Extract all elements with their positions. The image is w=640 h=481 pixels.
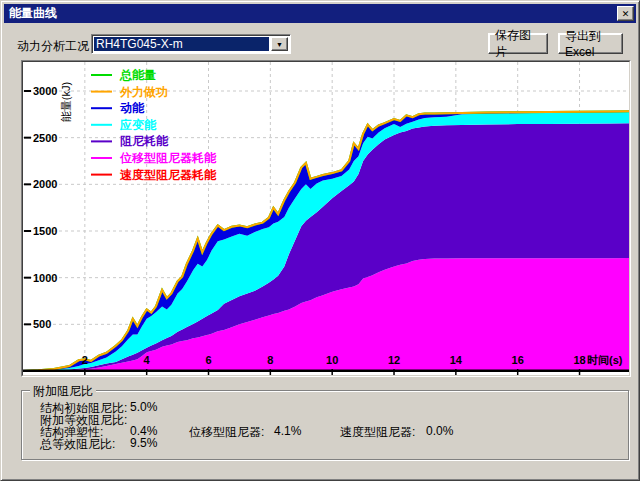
y-tick-label: 1000 bbox=[33, 272, 57, 284]
total-damping-value: 9.5% bbox=[130, 436, 157, 450]
legend-label: 总能量 bbox=[119, 68, 156, 82]
energy-chart: 24681012141618时间(s)500100015002000250030… bbox=[23, 62, 629, 375]
velocity-damper-value: 0.0% bbox=[426, 424, 453, 438]
y-tick-label: 500 bbox=[33, 318, 51, 330]
save-image-button[interactable]: 保存图片 bbox=[488, 33, 548, 54]
x-tick-label: 8 bbox=[267, 354, 273, 366]
export-excel-button[interactable]: 导出到Excel bbox=[558, 33, 623, 54]
x-axis-line bbox=[23, 370, 629, 373]
title-bar[interactable]: 能量曲线 ✕ bbox=[4, 4, 636, 23]
x-tick-label: 16 bbox=[512, 354, 524, 366]
y-tick-label: 3000 bbox=[33, 85, 57, 97]
velocity-damper-label: 速度型阻尼器: bbox=[340, 424, 415, 441]
x-tick-label: 14 bbox=[450, 354, 463, 366]
x-tick-label: 12 bbox=[388, 354, 400, 366]
condition-selected-value: RH4TG045-X-m bbox=[94, 37, 269, 51]
additional-damping-groupbox: 附加阻尼比 结构初始阻尼比: 5.0% 附加等效阻尼比: 结构弹塑性: 0.4%… bbox=[21, 390, 629, 460]
chart-panel: 24681012141618时间(s)500100015002000250030… bbox=[21, 60, 631, 377]
legend-label: 动能 bbox=[120, 101, 145, 115]
x-tick-label: 6 bbox=[205, 354, 211, 366]
x-axis-title: 时间(s) bbox=[587, 354, 623, 366]
x-tick-label: 2 bbox=[82, 354, 88, 366]
initial-damping-value: 5.0% bbox=[130, 400, 157, 414]
close-button[interactable]: ✕ bbox=[617, 6, 634, 21]
y-tick-label: 1500 bbox=[33, 225, 57, 237]
chart-plot-area: 24681012141618时间(s)500100015002000250030… bbox=[22, 61, 630, 376]
groupbox-title: 附加阻尼比 bbox=[30, 383, 96, 400]
condition-label: 动力分析工况 bbox=[17, 38, 89, 55]
energy-curve-dialog: 能量曲线 ✕ 动力分析工况 RH4TG045-X-m ▼ 保存图片 导出到Exc… bbox=[0, 0, 640, 481]
y-axis-title: 能量(kJ) bbox=[60, 82, 72, 122]
x-tick-label: 4 bbox=[144, 354, 151, 366]
condition-dropdown[interactable]: RH4TG045-X-m ▼ bbox=[91, 34, 291, 54]
legend-label: 位移型阻尼器耗能 bbox=[119, 151, 217, 165]
legend-label: 速度型阻尼器耗能 bbox=[119, 168, 217, 182]
legend-label: 阻尼耗能 bbox=[120, 134, 169, 148]
x-tick-label: 10 bbox=[326, 354, 338, 366]
displacement-damper-label: 位移型阻尼器: bbox=[189, 424, 264, 441]
chevron-down-icon: ▼ bbox=[276, 41, 283, 48]
legend-label: 应变能 bbox=[119, 118, 157, 132]
x-tick-label: 18 bbox=[573, 354, 585, 366]
total-damping-label: 总等效阻尼比: bbox=[40, 436, 115, 453]
y-tick-label: 2000 bbox=[33, 178, 57, 190]
displacement-damper-value: 4.1% bbox=[274, 424, 301, 438]
legend-label: 外力做功 bbox=[119, 85, 168, 99]
window-title: 能量曲线 bbox=[9, 5, 57, 22]
dropdown-button[interactable]: ▼ bbox=[271, 37, 288, 51]
y-tick-label: 2500 bbox=[33, 132, 57, 144]
close-icon: ✕ bbox=[622, 9, 630, 19]
